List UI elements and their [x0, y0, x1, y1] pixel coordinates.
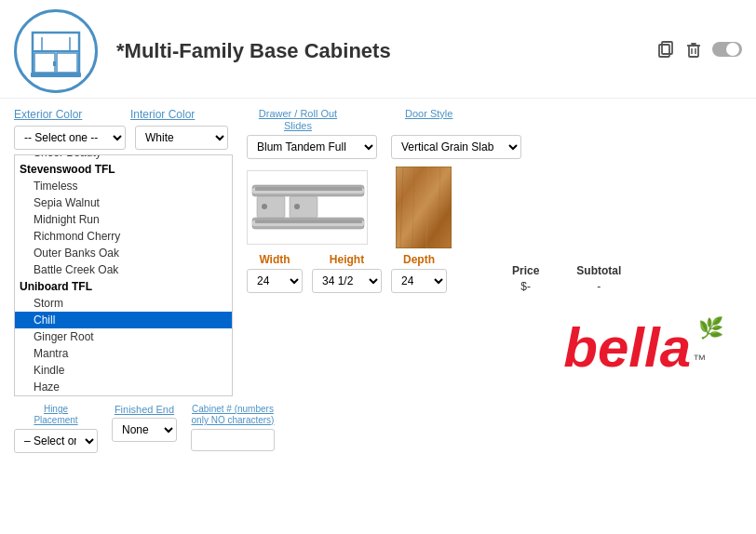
list-item[interactable]: Sheer Beauty [15, 154, 232, 161]
width-select[interactable]: 24 [247, 269, 303, 293]
svg-rect-7 [31, 73, 81, 77]
list-item[interactable]: Ginger Root [15, 328, 232, 345]
interior-color-select[interactable]: White [135, 126, 228, 150]
product-images [247, 167, 742, 248]
cabinet-icon [23, 19, 88, 84]
header-actions [656, 40, 742, 63]
svg-rect-23 [257, 196, 285, 218]
door-style-select[interactable]: Vertical Grain Slab [391, 135, 521, 159]
list-item[interactable]: Richmond Cherry [15, 228, 232, 245]
page-title: *Multi-Family Base Cabinets [116, 39, 656, 63]
list-item[interactable]: Kindle [15, 362, 232, 379]
list-item[interactable]: Uniboard TFL [15, 278, 232, 295]
subtotal-value: - [597, 280, 601, 293]
copy-icon[interactable] [656, 40, 675, 63]
width-label: Width [259, 253, 290, 266]
svg-rect-4 [53, 61, 56, 66]
price-value: $- [520, 280, 531, 293]
svg-rect-19 [255, 187, 362, 191]
height-select[interactable]: 34 1/2 [312, 269, 382, 293]
exterior-color-label[interactable]: Exterior Color [14, 108, 121, 121]
list-item[interactable]: Chill [15, 312, 232, 328]
hinge-label[interactable]: Hinge Placement [14, 404, 98, 426]
main-content: Exterior Color Interior Color -- Select … [0, 99, 756, 462]
product-logo [14, 9, 98, 93]
svg-rect-24 [290, 196, 317, 218]
toggle-icon[interactable] [712, 41, 742, 62]
svg-point-26 [294, 204, 300, 209]
finished-end-group: Finished End None [112, 404, 177, 442]
right-labels-row: Drawer / Roll OutSlides Door Style [247, 108, 742, 132]
svg-rect-2 [34, 53, 55, 73]
color-list[interactable]: MULTIFAMILYTafisa TFLCandlelightFirst Cl… [14, 154, 233, 396]
width-group: Width 24 [247, 253, 303, 293]
svg-rect-27 [396, 167, 452, 248]
top-dropdowns: -- Select one -- White [14, 126, 237, 150]
svg-rect-22 [255, 220, 362, 223]
drawer-slides-select[interactable]: Blum Tandem Full [247, 135, 377, 159]
list-item[interactable]: Stevenswood TFL [15, 161, 232, 178]
subtotal-label: Subtotal [576, 264, 621, 277]
list-item[interactable]: Battle Creek Oak [15, 261, 232, 278]
depth-group: Depth 24 [391, 253, 447, 293]
svg-rect-3 [57, 53, 77, 73]
svg-rect-10 [689, 46, 698, 57]
drawer-slides-label[interactable]: Drawer / Roll OutSlides [247, 108, 349, 132]
depth-label: Depth [403, 253, 435, 266]
exterior-color-dropdown-list: MULTIFAMILYTafisa TFLCandlelightFirst Cl… [14, 154, 233, 396]
bella-text: bella [563, 320, 691, 376]
depth-select[interactable]: 24 [391, 269, 447, 293]
bella-logo-section: bella ™ 🌿 [247, 316, 742, 376]
door-image [396, 167, 452, 248]
svg-point-25 [262, 204, 267, 209]
bella-logo: bella ™ 🌿 [563, 316, 723, 376]
price-group: Price $- [512, 264, 539, 293]
list-item[interactable]: Midnight Run [15, 211, 232, 228]
svg-rect-9 [662, 42, 672, 54]
height-label: Height [330, 253, 364, 266]
right-panel: Drawer / Roll OutSlides Door Style Blum … [247, 108, 742, 453]
subtotal-group: Subtotal - [576, 264, 621, 293]
dimensions-row: Width 24 Height 34 1/2 Depth 24 [247, 253, 742, 293]
bella-leaf-icon: 🌿 [698, 316, 723, 340]
left-panel: Exterior Color Interior Color -- Select … [14, 108, 237, 453]
list-item[interactable]: Haze [15, 379, 232, 395]
door-style-label[interactable]: Door Style [405, 108, 452, 132]
drawer-door-dropdowns: Blum Tandem Full Vertical Grain Slab [247, 135, 742, 159]
list-item[interactable]: Mantra [15, 345, 232, 362]
list-item[interactable]: Timeless [15, 178, 232, 194]
svg-rect-8 [659, 45, 669, 57]
list-item[interactable]: Outer Banks Oak [15, 245, 232, 261]
hinge-select[interactable]: – Select on [14, 429, 98, 453]
color-labels-row: Exterior Color Interior Color [14, 108, 237, 121]
finished-end-select[interactable]: None [112, 418, 177, 442]
slides-svg [248, 171, 368, 245]
interior-color-label[interactable]: Interior Color [130, 108, 237, 121]
price-section: Price $- Subtotal - [512, 264, 621, 293]
bottom-controls: Hinge Placement – Select on Finished End… [14, 404, 237, 453]
height-group: Height 34 1/2 [312, 253, 382, 293]
door-svg [396, 167, 452, 248]
bella-tm: ™ [693, 352, 706, 367]
price-label: Price [512, 264, 539, 277]
trash-icon[interactable] [684, 40, 703, 63]
exterior-color-select[interactable]: -- Select one -- [14, 126, 126, 150]
header: *Multi-Family Base Cabinets [0, 0, 756, 99]
svg-point-16 [726, 43, 739, 56]
slides-image [247, 170, 368, 245]
hinge-group: Hinge Placement – Select on [14, 404, 98, 453]
list-item[interactable]: Sepia Walnut [15, 194, 232, 211]
list-item[interactable]: Storm [15, 295, 232, 312]
finished-end-label[interactable]: Finished End [112, 404, 177, 415]
